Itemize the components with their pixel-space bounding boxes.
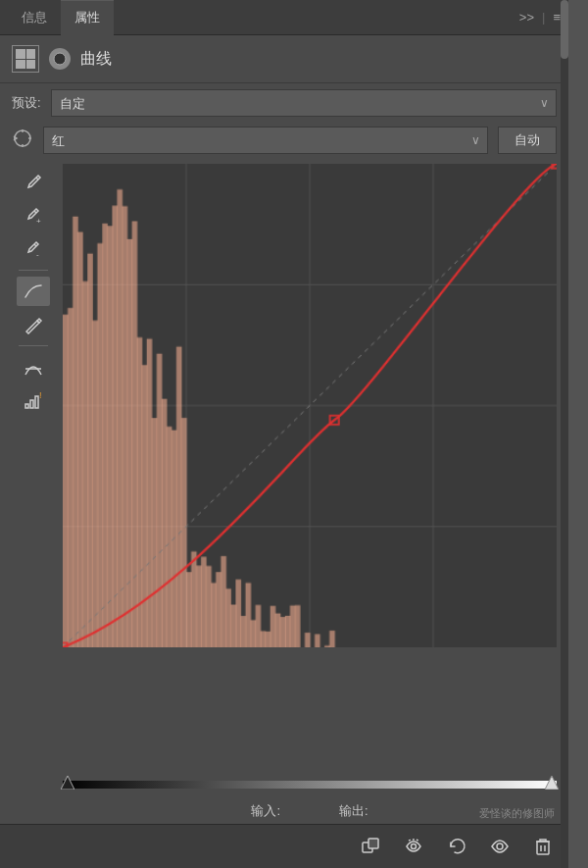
channel-select-wrapper: 红 绿 蓝 RGB [43, 127, 488, 154]
curve-canvas-container[interactable] [63, 164, 557, 773]
preset-label: 预设: [12, 94, 41, 112]
channel-select[interactable]: 红 绿 蓝 RGB [43, 127, 488, 154]
adjustment-layer-icon [12, 45, 39, 73]
curve-icon [49, 48, 71, 70]
reset-button[interactable] [443, 833, 470, 860]
visibility-link-button[interactable] [400, 833, 427, 860]
curve-area: 输入: 输出: [63, 164, 557, 824]
right-slider-thumb[interactable] [545, 776, 559, 790]
panel: 信息 属性 >> | ≡ 曲线 预设: 自定 默认 增加对比度 减少对比度 [0, 0, 568, 868]
svg-text:+: + [36, 217, 41, 226]
main-area: + - [0, 158, 568, 824]
svg-point-17 [412, 844, 416, 849]
auto-button[interactable]: 自动 [498, 127, 557, 154]
tab-forward-icon[interactable]: >> [519, 10, 534, 25]
clip-to-layer-button[interactable] [357, 833, 384, 860]
tool-sidebar: + - [12, 164, 55, 824]
watermark: 爱怪谈的修图师 [479, 806, 555, 821]
tool-divider-2 [19, 345, 48, 346]
svg-text:-: - [36, 250, 39, 259]
svg-marker-14 [545, 776, 559, 790]
scrollbar[interactable] [561, 0, 568, 868]
histogram-warning-tool[interactable]: ! [17, 385, 50, 415]
eyedropper-minus-tool[interactable]: - [17, 234, 50, 264]
tab-info[interactable]: 信息 [8, 0, 61, 35]
delete-button[interactable] [529, 833, 557, 860]
svg-marker-13 [61, 776, 74, 790]
channel-adjust-icon [12, 128, 33, 153]
eyedropper-tool[interactable] [17, 168, 50, 197]
curve-canvas[interactable] [63, 164, 557, 647]
left-slider-thumb[interactable] [61, 776, 74, 790]
bottom-toolbar [0, 824, 568, 868]
preset-select[interactable]: 自定 默认 增加对比度 减少对比度 [51, 89, 557, 117]
svg-rect-16 [368, 839, 378, 848]
svg-rect-9 [25, 404, 28, 408]
header-row: 曲线 [0, 35, 568, 83]
preset-select-wrapper: 自定 默认 增加对比度 减少对比度 [51, 89, 557, 117]
gradient-slider-row [63, 773, 557, 796]
svg-text:!: ! [39, 390, 42, 400]
toggle-visibility-button[interactable] [486, 833, 514, 860]
scrollbar-thumb[interactable] [561, 0, 568, 59]
tab-controls: >> | ≡ [519, 10, 561, 25]
preset-row: 预设: 自定 默认 增加对比度 减少对比度 [0, 83, 568, 123]
tab-bar: 信息 属性 >> | ≡ [0, 0, 568, 35]
svg-point-0 [54, 53, 66, 65]
input-label: 输入: [251, 802, 280, 820]
anchor-tool[interactable] [17, 352, 50, 382]
svg-rect-11 [35, 396, 38, 408]
svg-rect-10 [30, 400, 33, 408]
eyedropper-plus-tool[interactable]: + [17, 201, 50, 230]
pencil-tool[interactable] [17, 310, 50, 339]
panel-title: 曲线 [80, 49, 112, 70]
tool-divider-1 [19, 270, 48, 271]
curve-draw-tool[interactable] [17, 277, 50, 306]
output-label: 输出: [339, 802, 368, 820]
tab-properties[interactable]: 属性 [61, 0, 114, 35]
svg-rect-19 [537, 842, 549, 854]
tab-menu-icon[interactable]: ≡ [553, 10, 561, 25]
svg-point-18 [497, 843, 503, 849]
channel-row: 红 绿 蓝 RGB 自动 [0, 123, 568, 158]
tab-divider: | [542, 10, 545, 25]
